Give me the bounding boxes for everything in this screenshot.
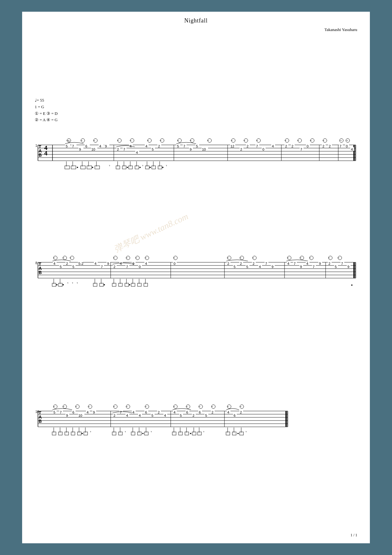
svg-point-292 [104,284,105,285]
svg-point-146 [127,167,128,168]
svg-text:B: B [39,270,42,275]
svg-text:4: 4 [99,144,101,148]
svg-text:2: 2 [227,262,229,265]
svg-text:6: 6 [72,410,74,414]
key-line2: ① = E ③ = D [35,110,357,117]
svg-text:5: 5 [60,265,62,269]
svg-text:0: 0 [346,144,348,148]
svg-rect-403 [58,432,62,435]
svg-text:7: 7 [265,262,267,265]
music-section-2: 8 T A B ~ ~ ~ ~ ~ [35,243,357,293]
svg-text:9: 9 [105,144,107,148]
svg-text:6: 6 [234,414,236,417]
svg-text:0: 0 [262,147,264,151]
svg-text:5: 5 [72,265,74,269]
key-line3: ② = A ④ = G [35,117,357,123]
svg-text:𝄾: 𝄾 [67,282,68,284]
svg-point-284 [63,284,64,285]
svg-text:2: 2 [240,262,242,265]
svg-text:5-2: 5-2 [78,262,83,265]
svg-text:2: 2 [247,144,248,148]
svg-text:9: 9 [107,262,109,265]
svg-rect-412 [84,432,88,435]
svg-text:9: 9 [272,265,273,269]
svg-point-281 [56,284,58,285]
svg-text:B: B [39,419,42,424]
svg-text:4: 4 [227,410,229,414]
svg-text:2: 2 [322,144,324,148]
svg-rect-415 [112,432,116,435]
svg-text:7: 7 [60,410,62,414]
svg-text:4: 4 [87,410,89,414]
svg-rect-145 [122,166,126,169]
svg-text:𝄾: 𝄾 [246,431,247,433]
tempo-key-info: ♩= 55 1 = G ① = E ③ = D ② = A ④ = G [35,97,357,123]
svg-point-133 [77,167,78,168]
svg-point-433 [190,433,191,434]
svg-point-155 [150,167,151,168]
svg-text:2: 2 [285,144,287,148]
svg-rect-303 [138,283,141,286]
svg-rect-148 [129,166,132,169]
svg-text:4: 4 [120,262,122,265]
svg-text:𝄾: 𝄾 [109,165,110,167]
svg-text:7: 7 [340,144,341,148]
svg-text:5: 5 [152,147,154,151]
svg-rect-409 [77,432,81,435]
svg-point-423 [142,433,144,434]
svg-rect-140 [95,166,100,169]
svg-rect-428 [172,432,176,435]
svg-text:9: 9 [190,147,192,151]
svg-rect-405 [65,432,69,435]
staff-svg-2: 8 T A B ~ ~ ~ ~ ~ [35,243,357,293]
svg-text:10: 10 [91,147,95,151]
tempo-marking: ♩= 55 [35,97,357,104]
svg-text:7: 7 [72,144,74,148]
svg-text:5: 5 [53,410,55,414]
svg-rect-401 [52,432,56,435]
svg-text:𝄾: 𝄾 [142,165,143,167]
svg-point-278 [351,284,352,286]
svg-text:5: 5 [205,414,207,417]
svg-text:1: 1 [35,144,37,147]
svg-text:7: 7 [294,262,296,265]
svg-rect-417 [119,432,122,435]
svg-text:7: 7 [120,410,122,414]
svg-text:2: 2 [240,147,242,151]
svg-text:4: 4 [53,262,55,265]
svg-text:7: 7 [123,147,125,151]
svg-text:7: 7 [341,262,343,265]
svg-text:9: 9 [79,147,81,151]
svg-text:4: 4 [306,262,308,265]
svg-text:4: 4 [145,144,147,148]
staff-svg-3: 16 T A B ~ ~ ~ ~ ~ ~ ~ [35,391,357,442]
svg-text:5: 5 [66,144,68,148]
svg-text:6: 6 [186,410,188,414]
svg-rect-430 [179,432,182,435]
svg-rect-440 [226,432,230,435]
svg-rect-442 [232,432,236,435]
svg-rect-305 [144,283,148,286]
svg-text:0: 0 [174,262,175,265]
svg-rect-132 [71,166,76,169]
svg-text:𝄾: 𝄾 [166,165,167,167]
svg-text:4: 4 [145,262,147,265]
svg-text:9: 9 [347,265,349,269]
svg-text:9: 9 [300,265,302,269]
svg-rect-296 [119,283,122,286]
svg-text:5: 5 [246,265,248,269]
svg-text:2: 2 [158,144,160,148]
svg-point-299 [129,284,130,285]
svg-text:2: 2 [158,410,160,414]
svg-rect-298 [125,283,129,286]
svg-text:9: 9 [66,414,68,417]
music-section-1: ♩= 55 1 = G ① = E ③ = D ② = A ④ = G 1 T … [35,97,357,176]
svg-text:4: 4 [132,410,134,414]
svg-text:𝄾: 𝄾 [90,431,91,433]
svg-text:4: 4 [272,144,274,148]
svg-text:10: 10 [202,147,206,151]
svg-text:5: 5 [151,414,153,417]
svg-text:𝄾: 𝄾 [151,431,152,433]
svg-text:7: 7 [126,265,128,269]
svg-rect-280 [52,283,56,286]
